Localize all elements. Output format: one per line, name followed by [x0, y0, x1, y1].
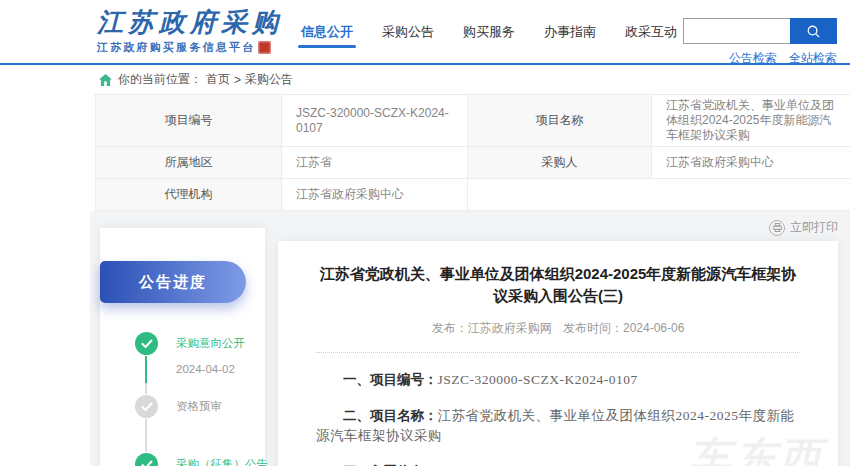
- publisher: 发布：江苏政府采购网: [432, 321, 552, 335]
- site-header: 江苏政府采购 江苏政府购买服务信息平台 信息公开 采购公告 购买服务 办事指南 …: [0, 0, 850, 65]
- breadcrumb-separator: >: [234, 73, 241, 87]
- seal-icon: [258, 41, 271, 54]
- project-info-table: 项目编号 JSZC-320000-SCZX-K2024-0107 项目名称 江苏…: [95, 94, 850, 211]
- table-row: 项目编号 JSZC-320000-SCZX-K2024-0107 项目名称 江苏…: [96, 95, 850, 147]
- article-column: 立即打印 江苏省党政机关、事业单位及团体组织2024-2025年度新能源汽车框架…: [278, 211, 838, 466]
- nav-item-interaction[interactable]: 政采互动: [624, 19, 678, 55]
- search-input[interactable]: [683, 18, 790, 44]
- table-row: 代理机构 江苏省政府采购中心: [96, 179, 850, 211]
- breadcrumb-home-link[interactable]: [99, 74, 112, 86]
- timeline-step-prequalification: 资格预审: [100, 395, 265, 453]
- breadcrumb: 你的当前位置： 首页 > 采购公告: [0, 65, 850, 94]
- home-icon: [99, 74, 112, 86]
- step-label: 采购（征集）公告: [176, 453, 265, 466]
- announcement-title: 江苏省党政机关、事业单位及团体组织2024-2025年度新能源汽车框架协议采购入…: [316, 263, 800, 307]
- nav-item-info-disclosure[interactable]: 信息公开: [300, 19, 354, 55]
- region-label: 所属地区: [96, 147, 282, 179]
- check-icon: [135, 395, 158, 418]
- timeline-step-intent: 采购意向公开 2024-04-02: [100, 332, 265, 395]
- site-logo[interactable]: 江苏政府采购 江苏政府购买服务信息平台: [97, 8, 283, 55]
- nav-item-procurement-notice[interactable]: 采购公告: [381, 19, 435, 55]
- project-name-value: 江苏省党政机关、事业单位及团体组织2024-2025年度新能源汽车框架协议采购: [652, 95, 850, 147]
- printer-icon: [769, 220, 785, 236]
- content-section: 公告进度 采购意向公开 2024-04-02 资格预审: [90, 211, 850, 466]
- print-label: 立即打印: [790, 219, 838, 236]
- step-label: 资格预审: [176, 395, 265, 418]
- timeline-step-solicitation: 采购（征集）公告: [100, 453, 265, 466]
- search-button[interactable]: [790, 18, 837, 44]
- announcement-card: 江苏省党政机关、事业单位及团体组织2024-2025年度新能源汽车框架协议采购入…: [278, 241, 838, 466]
- publish-time: 发布时间：2024-06-06: [563, 321, 684, 335]
- section-project-number: 一、项目编号：JSZC-320000-SCZX-K2024-0107: [316, 370, 800, 390]
- nav-item-purchase-service[interactable]: 购买服务: [462, 19, 516, 55]
- empty-cell: [468, 179, 850, 211]
- step-label: 采购意向公开: [176, 332, 265, 355]
- search-area: 公告检索 全站检索: [683, 18, 837, 67]
- progress-title-banner: 公告进度: [100, 261, 246, 303]
- breadcrumb-current: 采购公告: [245, 71, 293, 88]
- agency-value: 江苏省政府采购中心: [282, 179, 468, 211]
- agency-label: 代理机构: [96, 179, 282, 211]
- nav-item-service-guide[interactable]: 办事指南: [543, 19, 597, 55]
- region-value: 江苏省: [282, 147, 468, 179]
- print-button[interactable]: 立即打印: [278, 214, 838, 241]
- search-icon: [806, 24, 821, 39]
- site-search-link[interactable]: 全站检索: [789, 50, 837, 67]
- progress-timeline: 采购意向公开 2024-04-02 资格预审 采购（征集）公告: [100, 332, 265, 466]
- breadcrumb-prefix: 你的当前位置：: [118, 71, 202, 88]
- step-date: 2024-04-02: [176, 363, 265, 375]
- timeline-connector: [145, 419, 147, 452]
- purchaser-value: 江苏省政府采购中心: [652, 147, 850, 179]
- timeline-connector: [145, 356, 147, 394]
- divider: [316, 352, 800, 353]
- section-shortlist-info: 三、入围信息: [316, 462, 800, 466]
- purchaser-label: 采购人: [468, 147, 652, 179]
- table-row: 所属地区 江苏省 采购人 江苏省政府采购中心: [96, 147, 850, 179]
- section-project-name: 二、项目名称：江苏省党政机关、事业单位及团体组织2024-2025年度新能源汽车…: [316, 406, 800, 445]
- announcement-search-link[interactable]: 公告检索: [729, 50, 777, 67]
- project-number-value: JSZC-320000-SCZX-K2024-0107: [282, 95, 468, 147]
- breadcrumb-home[interactable]: 首页: [206, 71, 230, 88]
- announcement-meta: 发布：江苏政府采购网 发布时间：2024-06-06: [316, 320, 800, 337]
- check-icon: [135, 332, 158, 355]
- check-icon: [135, 453, 158, 466]
- progress-sidebar: 公告进度 采购意向公开 2024-04-02 资格预审: [100, 228, 265, 466]
- project-name-label: 项目名称: [468, 95, 652, 147]
- logo-subtitle: 江苏政府购买服务信息平台: [97, 40, 255, 55]
- project-number-label: 项目编号: [96, 95, 282, 147]
- logo-title: 江苏政府采购: [97, 8, 283, 38]
